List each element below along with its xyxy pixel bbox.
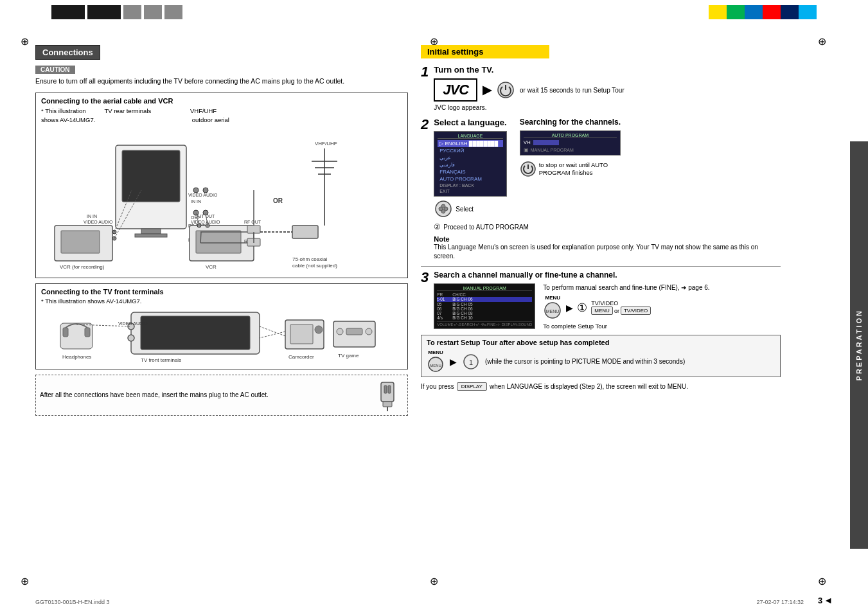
power-button-icon	[497, 81, 515, 99]
mains-text: After all the connections have been made…	[40, 391, 365, 400]
svg-text:VIDEO AUDIO: VIDEO AUDIO	[118, 321, 148, 326]
proceed-text: Proceed to AUTO PROGRAM	[443, 224, 529, 231]
svg-point-55	[128, 335, 134, 341]
step1-content: Turn on the TV. JVC ▶ or wait 15 seconds…	[434, 65, 781, 111]
tv-front-diagram: VIDEO AUDIO Headphones TV front terminal…	[41, 307, 382, 365]
lang-exit: EXIT	[438, 188, 502, 194]
svg-text:OUT    OUT: OUT OUT	[195, 214, 215, 218]
svg-point-6	[193, 188, 199, 193]
connections-title: Connections	[42, 48, 93, 57]
svg-text:cable (not supplied): cable (not supplied)	[292, 263, 337, 269]
display-btn: DISPLAY	[457, 382, 487, 391]
manual-row-3: 06 B/G CH 06	[437, 306, 532, 311]
top-bar	[0, 0, 868, 26]
svg-point-83	[439, 207, 443, 211]
searching-title: Searching for the channels.	[520, 118, 621, 127]
black-block-2	[87, 5, 121, 19]
reg-mark-top-left: ⊕	[21, 35, 29, 48]
connections-column: Connections CAUTION Ensure to turn off a…	[35, 45, 408, 584]
progress-bar	[533, 140, 559, 145]
svg-rect-74	[381, 382, 394, 402]
svg-rect-59	[85, 328, 90, 337]
manual-row-2: 05 B/G CH 05	[437, 302, 532, 306]
if-press-row: If you press DISPLAY when LANGUAGE is di…	[421, 382, 781, 391]
proceed-row: ② Proceed to AUTO PROGRAM	[434, 222, 781, 231]
main-content: Connections CAUTION Ensure to turn off a…	[35, 45, 842, 584]
step2-row: 2 Select a language. LANGUAGE ▷ ENGLISH …	[421, 118, 781, 261]
language-screen: LANGUAGE ▷ ENGLISH ████████ РУССКИЙ عربي…	[434, 131, 506, 197]
or-label: TV/VIDEO MENU or TV/VIDEO	[591, 300, 651, 315]
svg-rect-3	[135, 234, 167, 237]
step1-jvc-row: JVC ▶ or wait 15 seconds to run Setup To…	[434, 78, 781, 102]
color-green	[727, 5, 745, 19]
svg-text:TV game: TV game	[338, 353, 359, 359]
initial-settings-header: Initial settings	[421, 45, 549, 58]
aerial-subtitle2: shows AV-14UMG7. outdoor aerial	[41, 116, 402, 123]
aerial-box-title: Connecting to the aerial cable and VCR	[41, 97, 402, 105]
caution-section: CAUTION	[35, 65, 408, 74]
step1-number: 1	[421, 65, 429, 79]
svg-text:TV front terminals: TV front terminals	[141, 357, 181, 363]
aerial-subtitle: * This illustration TV rear terminals VH…	[41, 107, 402, 114]
manual-col-headers: PR CH/CC	[437, 292, 532, 297]
svg-text:VIDEO AUDIO: VIDEO AUDIO	[191, 220, 220, 224]
gray-block-2	[144, 5, 162, 19]
step3-buttons-row: MENU MENU ▶ ① TV/VIDEO	[543, 295, 709, 320]
tv-front-subtitle: * This illustration shows AV-14UMG7.	[41, 298, 402, 305]
svg-text:OR: OR	[273, 197, 283, 204]
menu-btn-area: MENU MENU	[543, 295, 562, 320]
preparation-sidebar: PREPARATION	[850, 141, 868, 549]
restart-content: MENU MENU ▶ 1 (while the cursor is point…	[427, 350, 775, 373]
jvc-logo-note: JVC logo appears.	[434, 104, 781, 111]
svg-point-65	[315, 326, 323, 333]
step3-content: Search a channel manually or fine-tune a…	[434, 271, 781, 330]
manual-row-1: ▷01 B/G CH 06	[437, 297, 532, 302]
svg-point-80	[436, 201, 451, 217]
step2-title: Select a language.	[434, 118, 506, 127]
svg-rect-35	[196, 231, 241, 253]
svg-text:75-ohm coaxial: 75-ohm coaxial	[292, 256, 327, 262]
aerial-diagram: VIDEO AUDIO IN IN OUT RF OUT RF IN 75-oh…	[48, 126, 395, 274]
plug-icon	[371, 379, 403, 411]
svg-text:VCR (for recording): VCR (for recording)	[60, 264, 105, 270]
step3-search-text: To perform manual search and fine-tune (…	[543, 283, 709, 292]
step2-two-col: Select a language. LANGUAGE ▷ ENGLISH ██…	[434, 118, 781, 218]
svg-rect-64	[290, 324, 313, 344]
if-press-after: when LANGUAGE is displayed (Step 2), the…	[490, 383, 688, 390]
restart-menu-area: MENU MENU	[427, 350, 445, 373]
select-joystick	[434, 199, 453, 218]
connections-header: Connections	[35, 45, 100, 60]
tvvideo-small-btn: TV/VIDEO	[621, 306, 651, 315]
footer-right: 27-02-07 17:14:32	[756, 599, 804, 605]
step2-content: Select a language. LANGUAGE ▷ ENGLISH ██…	[434, 118, 781, 261]
step2-left: Select a language. LANGUAGE ▷ ENGLISH ██…	[434, 118, 506, 218]
step1-arrow: ▶	[483, 83, 492, 97]
note-box: Note This Language Menu's on screen is u…	[434, 235, 781, 261]
svg-text:VHF/UHF: VHF/UHF	[315, 141, 337, 147]
menu-label: MENU	[545, 295, 561, 301]
manual-row-5: 4/s B/G CH 10	[437, 315, 532, 320]
menu-button-icon: MENU	[543, 301, 562, 320]
step3-number: 3	[421, 271, 429, 285]
step3-title: Search a channel manually or fine-tune a…	[434, 271, 781, 280]
svg-text:RF OUT: RF OUT	[244, 220, 261, 224]
lang-farsi: فارسي	[438, 161, 502, 168]
restart-menu-label: MENU	[428, 350, 443, 355]
color-red	[763, 5, 781, 19]
reg-mark-bottom-left: ⊕	[21, 575, 29, 587]
svg-text:IN      IN: IN IN	[191, 199, 201, 204]
step1-title: Turn on the TV.	[434, 65, 781, 75]
complete-label: To complete Setup Tour	[543, 323, 709, 330]
svg-rect-77	[383, 402, 392, 407]
restart-step1-icon: 1	[462, 353, 480, 371]
svg-point-84	[444, 207, 448, 211]
step3-row: 3 Search a channel manually or fine-tune…	[421, 271, 781, 330]
svg-rect-16	[292, 226, 318, 238]
select-label: Select	[456, 206, 474, 213]
preparation-label: PREPARATION	[855, 309, 863, 380]
svg-rect-76	[388, 386, 391, 393]
initial-settings-column: Initial settings 1 Turn on the TV. JVC ▶	[421, 45, 800, 584]
svg-point-71	[366, 328, 372, 335]
svg-point-7	[203, 188, 208, 193]
svg-text:MENU: MENU	[430, 364, 441, 368]
